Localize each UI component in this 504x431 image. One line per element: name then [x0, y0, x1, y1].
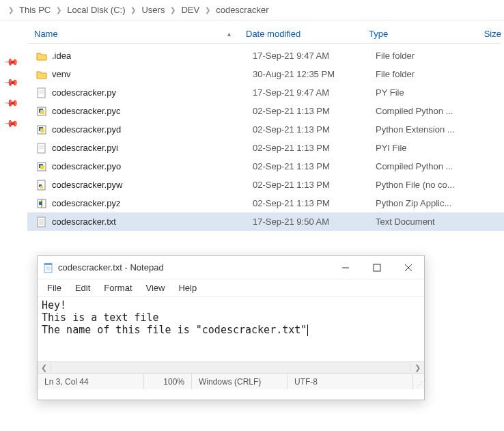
pin-icon: 📌	[3, 115, 19, 130]
file-date: 02-Sep-21 1:13 PM	[253, 198, 376, 208]
file-row[interactable]: codescracker.pyz02-Sep-21 1:13 PMPython …	[27, 194, 504, 212]
menu-view[interactable]: View	[141, 281, 171, 295]
file-name: codescracker.pyw	[49, 180, 122, 190]
file-type: Python File (no co...	[376, 180, 478, 190]
resize-grip-icon[interactable]: ⋰	[413, 374, 424, 389]
crumb-dev[interactable]: DEV	[178, 3, 202, 16]
file-type: PY File	[376, 87, 478, 98]
file-name: codescracker.pyo	[49, 161, 121, 171]
file-name-cell: codescracker.pyc	[34, 106, 253, 117]
breadcrumb[interactable]: ❯ This PC ❯ Local Disk (C:) ❯ Users ❯ DE…	[0, 0, 504, 20]
file-date: 17-Sep-21 9:50 AM	[253, 217, 376, 227]
crumb-users[interactable]: Users	[139, 3, 167, 16]
column-type[interactable]: Type	[369, 29, 471, 39]
crumb-local-disk[interactable]: Local Disk (C:)	[64, 3, 128, 16]
column-size[interactable]: Size	[471, 29, 501, 39]
pin-icon: 📌	[3, 74, 19, 89]
file-list: 📌 📌 📌 📌 Name ▲ Date modified Type Size .…	[0, 20, 504, 231]
notepad-menu: File Edit Format View Help	[38, 279, 424, 297]
file-row[interactable]: codescracker.pyo02-Sep-21 1:13 PMCompile…	[27, 157, 504, 176]
menu-edit[interactable]: Edit	[70, 281, 96, 295]
minimize-button[interactable]	[330, 256, 361, 279]
svg-rect-5	[40, 110, 44, 114]
scroll-left-icon[interactable]: ❮	[38, 363, 51, 372]
sort-asc-icon: ▲	[226, 31, 232, 38]
file-name-cell: codescracker.pyd	[34, 124, 253, 135]
pyexe-icon	[34, 161, 49, 172]
file-name-cell: codescracker.pyi	[34, 143, 253, 154]
crumb-this-pc[interactable]: This PC	[16, 3, 53, 16]
file-type: Python Extension ...	[376, 124, 478, 135]
quick-access-pins: 📌 📌 📌 📌	[5, 56, 17, 128]
maximize-button[interactable]	[361, 256, 393, 279]
file-name: codescracker.txt	[49, 217, 116, 227]
file-type: PYI File	[376, 143, 478, 153]
file-row[interactable]: codescracker.pyi02-Sep-21 1:13 PMPYI Fil…	[27, 139, 504, 157]
file-name-cell: .idea	[34, 51, 253, 61]
file-name: codescracker.pyc	[49, 106, 120, 116]
file-row[interactable]: codescracker.pyd02-Sep-21 1:13 PMPython …	[27, 120, 504, 139]
file-name: .idea	[49, 51, 71, 61]
file-name: codescracker.py	[49, 87, 116, 98]
file-date: 02-Sep-21 1:13 PM	[253, 124, 376, 135]
pin-icon: 📌	[3, 94, 19, 110]
file-name: venv	[49, 69, 70, 79]
pin-icon: 📌	[3, 53, 19, 69]
file-rows: .idea17-Sep-21 9:47 AMFile foldervenv30-…	[27, 46, 504, 231]
file-row[interactable]: codescracker.txt17-Sep-21 9:50 AMText Do…	[27, 212, 504, 231]
chevron-right-icon: ❯	[128, 6, 139, 14]
notepad-textarea[interactable]: Hey! This is a text file The name of thi…	[38, 297, 424, 361]
file-icon	[34, 87, 49, 98]
column-name[interactable]: Name ▲	[27, 29, 246, 39]
close-button[interactable]	[393, 256, 424, 279]
menu-format[interactable]: Format	[98, 281, 137, 295]
notepad-titlebar[interactable]: codescracker.txt - Notepad	[38, 256, 424, 279]
file-row[interactable]: codescracker.pyc02-Sep-21 1:13 PMCompile…	[27, 102, 504, 120]
file-name-cell: codescracker.pyz	[34, 198, 253, 209]
status-encoding: UTF-8	[288, 374, 413, 389]
pyexe-icon	[34, 124, 49, 135]
chevron-right-icon: ❯	[202, 6, 213, 14]
file-name-cell: codescracker.txt	[34, 217, 253, 227]
scroll-right-icon[interactable]: ❯	[410, 363, 424, 372]
file-row[interactable]: codescracker.pyw02-Sep-21 1:13 PMPython …	[27, 176, 504, 194]
file-name-cell: venv	[34, 69, 253, 80]
file-date: 17-Sep-21 9:47 AM	[253, 87, 376, 98]
notepad-scrollbar[interactable]: ❮ ❯	[38, 361, 424, 373]
folder-icon	[34, 51, 49, 61]
svg-rect-26	[44, 263, 52, 265]
notepad-statusbar: Ln 3, Col 44 100% Windows (CRLF) UTF-8 ⋰	[38, 373, 424, 389]
file-date: 02-Sep-21 1:13 PM	[253, 180, 376, 190]
file-type: File folder	[376, 69, 478, 79]
menu-file[interactable]: File	[42, 281, 67, 295]
notepad-text-content: Hey! This is a text file The name of thi…	[42, 299, 307, 336]
folder-icon	[34, 69, 49, 80]
file-row[interactable]: venv30-Aug-21 12:35 PMFile folder	[27, 65, 504, 83]
file-type: Compiled Python ...	[376, 161, 478, 171]
chevron-right-icon: ❯	[53, 6, 64, 14]
svg-rect-20	[39, 201, 42, 205]
file-row[interactable]: .idea17-Sep-21 9:47 AMFile folder	[27, 46, 504, 65]
status-eol: Windows (CRLF)	[192, 374, 288, 389]
menu-help[interactable]: Help	[173, 281, 202, 295]
status-position: Ln 3, Col 44	[38, 374, 144, 389]
crumb-codescracker[interactable]: codescracker	[213, 3, 271, 16]
notepad-window: codescracker.txt - Notepad File Edit For…	[37, 255, 425, 400]
file-name: codescracker.pyd	[49, 124, 121, 135]
column-name-label: Name	[34, 29, 58, 39]
file-type: Python Zip Applic...	[376, 198, 478, 208]
column-date[interactable]: Date modified	[246, 29, 369, 39]
file-date: 30-Aug-21 12:35 PM	[253, 69, 376, 79]
chevron-right-icon: ❯	[167, 6, 178, 14]
notepad-title: codescracker.txt - Notepad	[58, 262, 164, 273]
file-row[interactable]: codescracker.py17-Sep-21 9:47 AMPY File	[27, 83, 504, 102]
file-type: Text Document	[376, 217, 478, 227]
svg-rect-8	[40, 128, 44, 133]
status-zoom: 100%	[144, 374, 192, 389]
pyexe-icon	[34, 106, 49, 117]
svg-rect-31	[374, 264, 380, 271]
file-name: codescracker.pyi	[49, 143, 118, 153]
pyzip-icon	[34, 198, 49, 209]
file-date: 02-Sep-21 1:13 PM	[253, 143, 376, 153]
file-icon	[34, 143, 49, 154]
